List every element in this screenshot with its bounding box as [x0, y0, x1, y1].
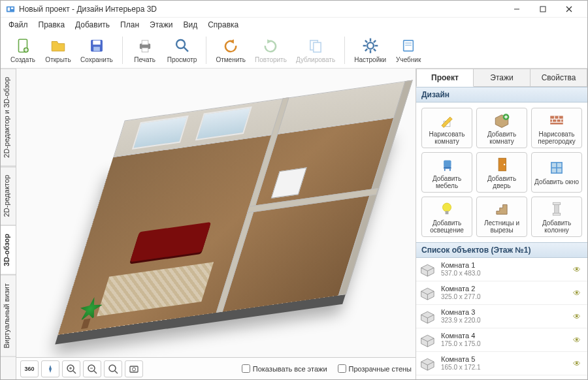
svg-rect-33	[404, 41, 413, 51]
menu-plan[interactable]: План	[115, 19, 144, 31]
minimize-button[interactable]	[504, 1, 530, 18]
svg-marker-36	[49, 365, 52, 373]
show-all-floors-checkbox[interactable]: Показывать все этажи	[242, 364, 327, 373]
visibility-toggle-icon[interactable]: 👁	[573, 336, 583, 345]
chair-icon	[438, 156, 455, 173]
roombox-icon	[420, 356, 437, 371]
add-door-button[interactable]: Добавить дверь	[476, 152, 527, 193]
svg-line-45	[115, 371, 118, 373]
3d-canvas[interactable]	[16, 69, 416, 357]
vtab-both[interactable]: 2D-редактор и 3D-обзор	[1, 69, 16, 166]
viewport: 360 Показывать все этажи Прозрачные стен…	[16, 69, 416, 379]
toolbar-separator	[344, 37, 345, 64]
draw-partition-button[interactable]: Нарисовать перегородку	[531, 108, 582, 148]
snapshot-button[interactable]	[125, 360, 143, 377]
vtab-3d[interactable]: 3D-обзор	[1, 225, 16, 275]
roombox-icon	[420, 262, 437, 277]
svg-rect-46	[130, 366, 138, 372]
grid-btn-label: Добавить освещение	[423, 219, 470, 234]
main-toolbar: СоздатьОткрытьСохранитьПечатьПросмотрОтм…	[1, 32, 587, 69]
svg-line-31	[365, 49, 367, 51]
nav-compass-button[interactable]	[41, 360, 59, 377]
show-all-floors-label: Показывать все этажи	[253, 365, 327, 373]
title-bar: Новый проект - Дизайн Интерьера 3D	[1, 1, 587, 18]
settings-button[interactable]: Настройки	[350, 34, 390, 67]
objects-section-header: Список объектов (Этаж №1)	[416, 242, 587, 258]
app-window: Новый проект - Дизайн Интерьера 3D Файл …	[0, 0, 588, 380]
duplicate-button: Дублировать	[292, 34, 339, 67]
nav-360-button[interactable]: 360	[20, 360, 39, 377]
visibility-toggle-icon[interactable]: 👁	[573, 312, 583, 321]
object-row[interactable]: Комната 4175.0 x 175.0👁	[416, 328, 587, 352]
redo-icon	[261, 37, 280, 55]
stairs-icon	[493, 200, 510, 217]
svg-point-23	[367, 42, 374, 49]
tutorial-button[interactable]: Учебник	[391, 34, 425, 67]
open-button[interactable]: Открыть	[41, 34, 75, 67]
undo-icon	[221, 37, 240, 55]
book-icon	[399, 37, 417, 55]
visibility-toggle-icon[interactable]: 👁	[573, 289, 583, 298]
object-row[interactable]: Комната 3323.9 x 220.0👁	[416, 305, 587, 328]
design-section-header: Дизайн	[416, 87, 587, 103]
save-button[interactable]: Сохранить	[76, 34, 117, 67]
object-list[interactable]: Комната 1537.0 x 483.0👁Комната 2325.0 x …	[416, 258, 587, 379]
window-title: Новый проект - Дизайн Интерьера 3D	[19, 5, 504, 14]
menu-bar: Файл Правка Добавить План Этажи Вид Спра…	[1, 18, 587, 32]
svg-line-38	[73, 371, 76, 373]
tab-properties[interactable]: Свойства	[531, 69, 587, 87]
object-row[interactable]: Комната 1537.0 x 483.0👁	[416, 258, 587, 281]
svg-rect-60	[444, 160, 451, 166]
stairs-button[interactable]: Лестницы и вырезы	[476, 197, 527, 237]
draw-room-button[interactable]: Нарисовать комнату	[421, 108, 472, 148]
vtab-virtual[interactable]: Виртуальный визит	[1, 275, 16, 357]
disk-icon	[88, 37, 106, 55]
menu-view[interactable]: Вид	[178, 19, 203, 31]
maximize-button[interactable]	[530, 1, 556, 18]
svg-point-65	[504, 163, 505, 165]
tab-project[interactable]: Проект	[416, 69, 474, 87]
toolbar-separator	[206, 37, 206, 64]
add-window-button[interactable]: Добавить окно	[531, 152, 582, 193]
object-row[interactable]: Диван еврокнижка👁	[416, 375, 587, 379]
new-button[interactable]: Создать	[6, 34, 40, 67]
object-name: Комната 5	[441, 355, 573, 364]
print-button[interactable]: Печать	[128, 34, 162, 67]
visibility-toggle-icon[interactable]: 👁	[573, 359, 583, 368]
transparent-walls-checkbox[interactable]: Прозрачные стены	[338, 364, 412, 373]
close-button[interactable]	[556, 1, 582, 18]
folder-icon	[49, 37, 67, 55]
svg-point-44	[109, 365, 116, 372]
object-name: Комната 2	[441, 285, 573, 293]
redo-button: Повторить	[251, 34, 291, 67]
preview-button[interactable]: Просмотр	[163, 34, 201, 67]
bulb-icon	[438, 200, 455, 217]
tab-floors[interactable]: Этажи	[474, 69, 531, 87]
visibility-toggle-icon[interactable]: 👁	[573, 265, 583, 274]
undo-button[interactable]: Отменить	[212, 34, 250, 67]
door-icon	[493, 156, 510, 173]
toolbar-label: Открыть	[45, 56, 71, 63]
object-row[interactable]: Комната 5165.0 x 172.1👁	[416, 352, 587, 375]
svg-rect-4	[540, 7, 546, 12]
grid-btn-label: Нарисовать перегородку	[533, 131, 580, 145]
toolbar-label: Настройки	[354, 56, 386, 63]
vtab-2d[interactable]: 2D-редактор	[1, 166, 16, 225]
zoom-out-button[interactable]	[83, 360, 101, 377]
menu-add[interactable]: Добавить	[70, 19, 115, 31]
toolbar-label: Повторить	[255, 56, 287, 63]
add-furniture-button[interactable]: Добавить мебель	[421, 152, 472, 193]
add-lighting-button[interactable]: Добавить освещение	[421, 197, 472, 237]
right-panel: Проект Этажи Свойства Дизайн Нарисовать …	[416, 69, 587, 379]
roombox-icon	[420, 333, 437, 347]
menu-file[interactable]: Файл	[3, 19, 33, 31]
menu-edit[interactable]: Правка	[33, 19, 71, 31]
zoom-in-button[interactable]	[62, 360, 80, 377]
add-column-button[interactable]: Добавить колонну	[531, 197, 582, 237]
add-room-button[interactable]: Добавить комнату	[476, 108, 527, 148]
menu-help[interactable]: Справка	[203, 19, 244, 31]
toolbar-label: Печать	[134, 56, 155, 63]
menu-floors[interactable]: Этажи	[144, 19, 178, 31]
object-row[interactable]: Комната 2325.0 x 277.0👁	[416, 281, 587, 305]
zoom-fit-button[interactable]	[104, 360, 122, 377]
